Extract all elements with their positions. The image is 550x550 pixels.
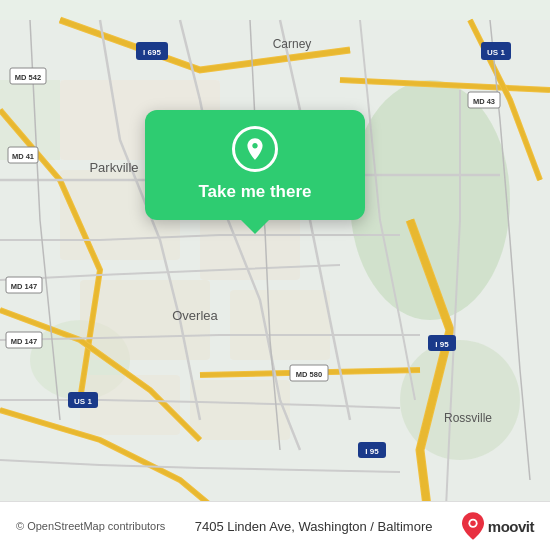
svg-point-40 — [470, 521, 476, 527]
map-container: I 695 US 1 MD 542 MD 43 MD 41 MD 147 MD … — [0, 0, 550, 550]
svg-text:MD 147: MD 147 — [11, 337, 37, 346]
svg-text:MD 43: MD 43 — [473, 97, 495, 106]
svg-text:MD 147: MD 147 — [11, 282, 37, 291]
svg-text:Parkville: Parkville — [89, 160, 138, 175]
location-pin-icon — [242, 136, 268, 162]
svg-text:I 95: I 95 — [435, 340, 449, 349]
attribution: © OpenStreetMap contributors — [16, 520, 165, 532]
moovit-logo-icon — [462, 512, 484, 540]
svg-text:I 695: I 695 — [143, 48, 161, 57]
bottom-bar: © OpenStreetMap contributors 7405 Linden… — [0, 501, 550, 550]
svg-text:US 1: US 1 — [74, 397, 92, 406]
popup-card[interactable]: Take me there — [145, 110, 365, 220]
svg-text:Rossville: Rossville — [444, 411, 492, 425]
svg-text:Overlea: Overlea — [172, 308, 218, 323]
svg-rect-10 — [230, 290, 330, 360]
svg-text:I 95: I 95 — [365, 447, 379, 456]
popup-label: Take me there — [198, 182, 311, 202]
moovit-text: moovit — [488, 518, 534, 535]
svg-text:US 1: US 1 — [487, 48, 505, 57]
address-text: 7405 Linden Ave, Washington / Baltimore — [173, 519, 453, 534]
svg-text:Carney: Carney — [273, 37, 312, 51]
location-icon-circle — [232, 126, 278, 172]
moovit-logo: moovit — [462, 512, 534, 540]
map-background: I 695 US 1 MD 542 MD 43 MD 41 MD 147 MD … — [0, 0, 550, 550]
svg-text:MD 580: MD 580 — [296, 370, 322, 379]
svg-text:MD 41: MD 41 — [12, 152, 34, 161]
svg-text:MD 542: MD 542 — [15, 73, 41, 82]
